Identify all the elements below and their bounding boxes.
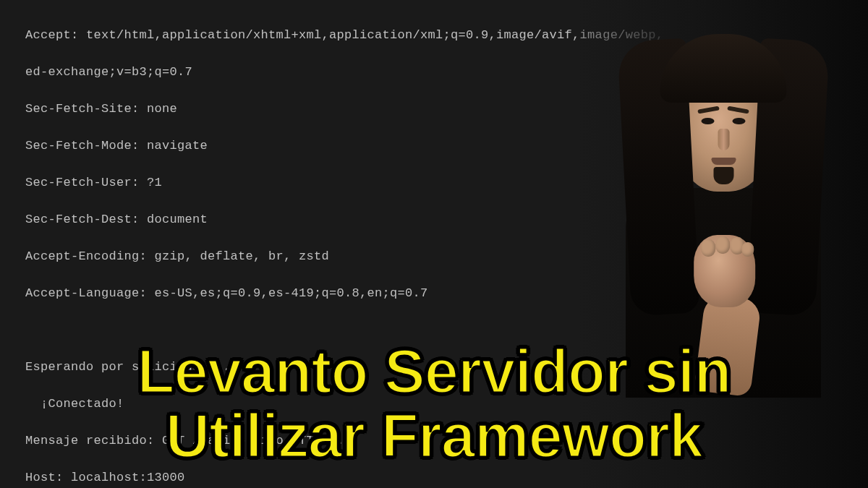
terminal-line: Host: localhost:13000 [25,468,640,487]
terminal-line: Accept-Encoding: gzip, deflate, br, zstd [25,247,640,266]
terminal-line: ed-exchange;v=b3;q=0.7 [25,63,640,82]
presenter-figure [611,25,835,387]
terminal-line: Sec-Fetch-Site: none [25,100,640,119]
thumbnail-title: Levanto Servidor sin Utilizar Framework [0,340,868,468]
title-line-1: Levanto Servidor sin [22,340,846,403]
terminal-line: Sec-Fetch-User: ?1 [25,174,640,192]
presenter-face-features [689,103,758,187]
terminal-line: Accept-Language: es-US,es;q=0.9,es-419;q… [25,284,640,303]
terminal-line: Accept: text/html,application/xhtml+xml,… [25,26,640,45]
terminal-line: Sec-Fetch-Dest: document [25,210,640,229]
terminal-line: Sec-Fetch-Mode: navigate [25,137,640,155]
title-line-2: Utilizar Framework [22,404,846,468]
presenter-fist [694,235,755,307]
